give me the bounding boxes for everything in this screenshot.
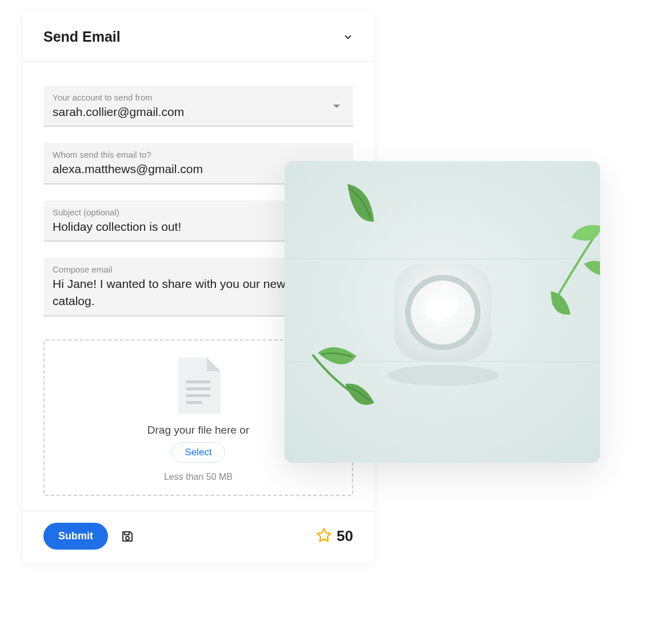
dropdown-caret-icon: [333, 102, 341, 112]
svg-rect-2: [186, 394, 210, 397]
card-header[interactable]: Send Email: [23, 11, 374, 62]
star-icon[interactable]: [316, 527, 332, 546]
card-title: Send Email: [43, 29, 121, 45]
svg-point-5: [126, 536, 129, 540]
from-account-select[interactable]: Your account to send from sarah.collier@…: [43, 86, 353, 127]
card-footer: Submit 50: [23, 511, 374, 563]
attachment-preview-image: [285, 161, 600, 463]
credit-count: 50: [337, 527, 353, 545]
svg-marker-6: [317, 528, 330, 541]
svg-rect-0: [186, 380, 210, 383]
from-value: sarah.collier@gmail.com: [53, 103, 344, 120]
svg-rect-8: [285, 258, 600, 259]
file-limit-text: Less than 50 MB: [164, 472, 233, 482]
svg-point-11: [387, 365, 499, 386]
svg-rect-3: [186, 401, 202, 404]
drop-text: Drag your file here or: [147, 424, 249, 436]
submit-button[interactable]: Submit: [43, 523, 108, 550]
svg-rect-1: [186, 387, 210, 390]
select-file-button[interactable]: Select: [171, 442, 225, 463]
recipient-label: Whom send this email to?: [53, 150, 344, 159]
chevron-down-icon[interactable]: [343, 32, 353, 42]
save-icon[interactable]: [121, 530, 134, 543]
svg-rect-4: [125, 532, 129, 535]
document-icon: [176, 358, 221, 416]
from-label: Your account to send from: [53, 93, 344, 102]
